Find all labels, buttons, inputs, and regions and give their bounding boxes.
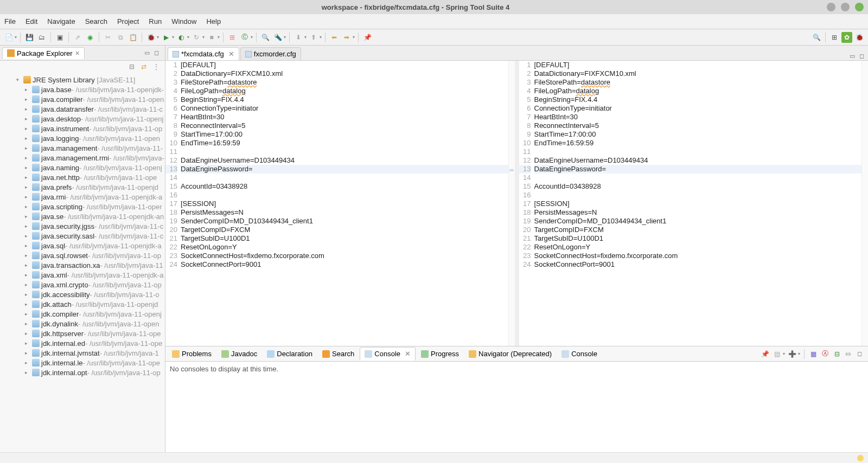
close-icon[interactable]: ✕ [228,50,234,58]
expand-arrow-icon[interactable]: ▸ [25,253,30,258]
clear-console-icon[interactable]: ▦ [808,349,818,359]
jar-node[interactable]: ▸jdk.accessibility - /usr/lib/jvm/java-1… [0,290,165,299]
jar-node[interactable]: ▸jdk.attach - /usr/lib/jvm/java-11-openj… [0,299,165,309]
save-icon[interactable]: 💾 [24,32,35,43]
open-perspective-icon[interactable]: ⊞ [829,32,840,43]
tab-progress[interactable]: Progress [417,348,463,360]
cut-icon[interactable]: ✂ [103,32,113,43]
expand-arrow-icon[interactable]: ▸ [25,126,30,131]
jar-node[interactable]: ▸jdk.compiler - /usr/lib/jvm/java-11-ope… [0,309,165,319]
expand-arrow-icon[interactable]: ▸ [25,145,30,151]
spring-perspective-icon[interactable]: ✿ [841,32,852,43]
editor-pane-right[interactable]: 123456789101112131415161718192021222324 … [519,61,869,346]
open-type-icon[interactable]: 🔍 [260,32,271,43]
expand-arrow-icon[interactable]: ▸ [25,272,30,278]
expand-arrow-icon[interactable]: ▸ [25,243,30,248]
jar-node[interactable]: ▸java.security.sasl - /usr/lib/jvm/java-… [0,231,165,241]
paste-icon[interactable]: 📋 [127,32,138,43]
minimize-editor-icon[interactable]: ▭ [850,53,857,60]
dropdown-icon[interactable]: ▾ [15,35,17,40]
expand-arrow-icon[interactable]: ▾ [16,77,22,82]
expand-arrow-icon[interactable]: ▸ [25,136,30,141]
expand-arrow-icon[interactable]: ▸ [25,194,30,200]
copy-icon[interactable]: ⧉ [115,32,126,43]
maximize-view-icon[interactable]: ◻ [154,49,162,57]
expand-arrow-icon[interactable]: ▸ [25,370,30,375]
jar-node[interactable]: ▸java.instrument - /usr/lib/jvm/java-11-… [0,124,165,133]
tab-navigator[interactable]: Navigator (Deprecated) [464,348,556,360]
expand-arrow-icon[interactable]: ▸ [25,340,30,346]
jar-node[interactable]: ▸java.datatransfer - /usr/lib/jvm/java-1… [0,104,165,114]
dropdown-icon[interactable]: ▾ [202,35,205,40]
stop-icon[interactable]: ■ [206,32,217,43]
expand-arrow-icon[interactable]: ▸ [25,175,30,180]
jre-library-node[interactable]: ▾ JRE System Library [JavaSE-11] [0,75,165,85]
jar-node[interactable]: ▸jdk.internal.ed - /usr/lib/jvm/java-11-… [0,338,165,348]
expand-arrow-icon[interactable]: ▸ [25,360,30,365]
jar-node[interactable]: ▸java.management.rmi - /usr/lib/jvm/java… [0,153,165,163]
jar-node[interactable]: ▸java.xml - /usr/lib/jvm/java-11-openjdk… [0,270,165,280]
jar-node[interactable]: ▸jdk.internal.jvmstat - /usr/lib/jvm/jav… [0,348,165,358]
new-package-icon[interactable]: ⊞ [227,32,238,43]
dropdown-icon[interactable]: ▾ [353,35,355,40]
overview-ruler[interactable] [508,61,515,346]
minimize-panel-icon[interactable]: ▭ [845,350,853,358]
jar-node[interactable]: ▸jdk.dynalink - /usr/lib/jvm/java-11-ope… [0,319,165,329]
overview-ruler[interactable] [861,61,868,346]
expand-arrow-icon[interactable]: ▸ [25,262,30,268]
package-explorer-tab[interactable]: Package Explorer ✕ [2,47,85,59]
jar-node[interactable]: ▸java.prefs - /usr/lib/jvm/java-11-openj… [0,182,165,192]
tab-console-2[interactable]: Console [557,348,602,360]
tab-console[interactable]: Console✕ [360,347,416,361]
jar-node[interactable]: ▸java.xml.crypto - /usr/lib/jvm/java-11-… [0,280,165,290]
tab-declaration[interactable]: Declaration [263,348,317,360]
dropdown-icon[interactable]: ▾ [284,35,286,40]
toggle-icon[interactable]: ⊟ [832,349,842,359]
maximize-button[interactable] [841,3,850,11]
expand-arrow-icon[interactable]: ▸ [25,321,30,326]
jar-node[interactable]: ▸java.sql.rowset - /usr/lib/jvm/java-11-… [0,250,165,260]
dropdown-icon[interactable]: ▾ [187,35,189,40]
quick-access-icon[interactable]: 🔍 [811,32,822,43]
jar-node[interactable]: ▸java.scripting - /usr/lib/jvm/java-11-o… [0,202,165,211]
menu-help[interactable]: Help [206,17,221,25]
dropdown-icon[interactable]: ▾ [320,35,322,40]
relaunch-icon[interactable]: ↻ [191,32,202,43]
expand-arrow-icon[interactable]: ▸ [25,87,30,92]
jar-node[interactable]: ▸java.logging - /usr/lib/jvm/java-11-ope… [0,133,165,143]
expand-arrow-icon[interactable]: ▸ [25,292,30,297]
expand-arrow-icon[interactable]: ▸ [25,204,30,209]
expand-arrow-icon[interactable]: ▸ [25,155,30,160]
jar-node[interactable]: ▸jdk.internal.opt - /usr/lib/jvm/java-11… [0,368,165,377]
dropdown-icon[interactable]: ▾ [783,351,785,356]
menu-project[interactable]: Project [117,17,139,25]
jar-node[interactable]: ▸java.rmi - /usr/lib/jvm/java-11-openjdk… [0,192,165,202]
editor-pane-left[interactable]: 123456789101112131415161718192021222324 … [165,61,519,346]
expand-arrow-icon[interactable]: ▸ [25,214,30,219]
pin-editor-icon[interactable]: 📌 [362,32,373,43]
minimize-view-icon[interactable]: ▭ [144,49,152,57]
display-console-icon[interactable]: ▤ [772,349,782,359]
menu-file[interactable]: File [4,17,16,25]
prev-annotation-icon[interactable]: ⬆ [308,32,319,43]
next-annotation-icon[interactable]: ⬇ [293,32,304,43]
package-tree[interactable]: ▾ JRE System Library [JavaSE-11] ▸java.b… [0,74,165,452]
collapse-all-icon[interactable]: ⊟ [129,63,138,72]
expand-arrow-icon[interactable]: ▸ [25,116,30,121]
menu-edit[interactable]: Edit [25,17,37,25]
close-icon[interactable]: ✕ [75,50,80,57]
dropdown-icon[interactable]: ▾ [157,35,159,40]
dropdown-icon[interactable]: ▾ [251,35,253,40]
close-icon[interactable]: ✕ [405,350,411,358]
maximize-panel-icon[interactable]: ◻ [857,350,865,358]
expand-arrow-icon[interactable]: ▸ [25,311,30,317]
jar-node[interactable]: ▸java.security.jgss - /usr/lib/jvm/java-… [0,221,165,231]
forward-icon[interactable]: ➡ [341,32,352,43]
pin-console-icon[interactable]: 📌 [760,349,770,359]
back-icon[interactable]: ⬅ [329,32,340,43]
menu-window[interactable]: Window [171,17,196,25]
search-icon[interactable]: 🔦 [272,32,283,43]
new-icon[interactable]: 📄 [3,32,14,43]
close-button[interactable] [855,3,864,11]
expand-arrow-icon[interactable]: ▸ [25,282,30,287]
